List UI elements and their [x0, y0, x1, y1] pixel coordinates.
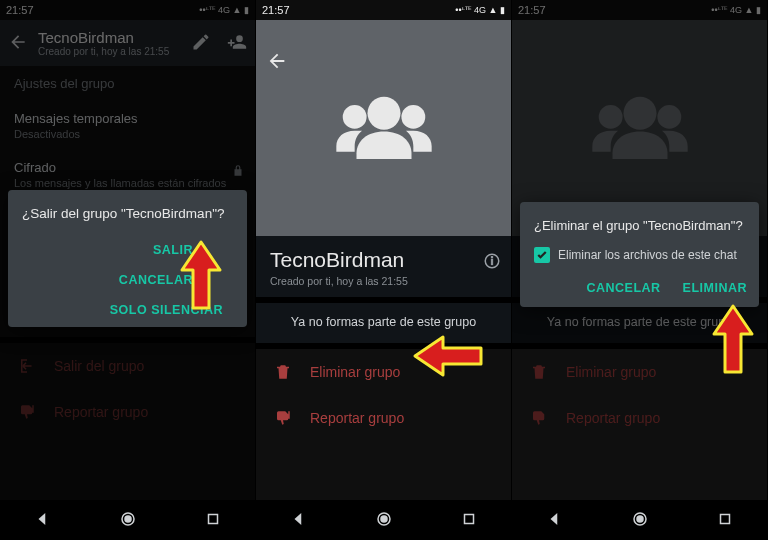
thumbs-down-icon: [274, 409, 292, 427]
svg-point-13: [598, 105, 622, 129]
screenshot-panel-1: 21:57 ••ᶫᵀᴱ 4G ▲ ▮ TecnoBirdman Creado p…: [0, 0, 256, 540]
android-nav-bar: [256, 500, 511, 540]
svg-rect-8: [491, 257, 493, 259]
report-group-label: Reportar grupo: [310, 410, 404, 426]
dialog-mute-button[interactable]: SOLO SILENCIAR: [22, 303, 233, 317]
back-icon[interactable]: [266, 50, 288, 75]
dialog-cancel-button[interactable]: CANCELAR: [22, 273, 233, 287]
dialog-message: ¿Salir del grupo "TecnoBirdman"?: [22, 206, 233, 221]
delete-group-row[interactable]: Eliminar grupo: [256, 349, 511, 395]
nav-home-icon[interactable]: [375, 510, 393, 531]
status-time: 21:57: [518, 4, 546, 16]
group-icon: [329, 82, 439, 175]
nav-back-icon[interactable]: [290, 510, 308, 531]
screenshot-panel-3: 21:57 ••ᶫᵀᴱ 4G ▲ ▮ TecnoBirdman Creado p…: [512, 0, 768, 540]
group-caption: TecnoBirdman Creado por ti, hoy a las 21…: [256, 236, 511, 297]
svg-point-12: [623, 96, 656, 129]
thumbs-down-icon: [530, 409, 548, 427]
svg-point-16: [637, 516, 643, 522]
trash-icon: [530, 363, 548, 381]
checkbox-label: Eliminar los archivos de este chat: [558, 248, 737, 262]
screenshot-panel-2: 21:57 ••ᶫᵀᴱ 4G ▲ ▮ TecnoBirdman Creado p…: [256, 0, 512, 540]
svg-point-5: [401, 105, 425, 129]
report-group-row[interactable]: Reportar grupo: [256, 395, 511, 441]
nav-back-icon[interactable]: [34, 510, 52, 531]
delete-files-checkbox-row[interactable]: Eliminar los archivos de este chat: [534, 247, 747, 263]
delete-group-row[interactable]: Eliminar grupo: [512, 349, 767, 395]
status-icons: ••ᶫᵀᴱ 4G ▲ ▮: [711, 5, 761, 15]
delete-group-label: Eliminar grupo: [310, 364, 400, 380]
delete-group-dialog: ¿Eliminar el grupo "TecnoBirdman"? Elimi…: [520, 202, 759, 307]
android-nav-bar: [512, 500, 767, 540]
checkbox-checked-icon[interactable]: [534, 247, 550, 263]
delete-group-label: Eliminar grupo: [566, 364, 656, 380]
dialog-cancel-button[interactable]: CANCELAR: [586, 281, 660, 295]
svg-point-1: [125, 516, 131, 522]
group-icon: [585, 82, 695, 175]
dialog-confirm-button[interactable]: ELIMINAR: [683, 281, 747, 295]
svg-rect-7: [491, 260, 493, 265]
not-member-banner: Ya no formas parte de este grupo: [256, 297, 511, 349]
report-group-label: Reportar grupo: [566, 410, 660, 426]
leave-group-dialog: ¿Salir del grupo "TecnoBirdman"? SALIR C…: [8, 190, 247, 327]
svg-rect-17: [720, 514, 729, 523]
nav-back-icon[interactable]: [546, 510, 564, 531]
svg-point-14: [657, 105, 681, 129]
info-icon[interactable]: [483, 252, 501, 273]
group-subtitle: Creado por ti, hoy a las 21:55: [270, 275, 497, 287]
svg-point-3: [367, 96, 400, 129]
status-bar: 21:57 ••ᶫᵀᴱ 4G ▲ ▮: [512, 0, 767, 20]
android-nav-bar: [0, 500, 255, 540]
group-hero: [256, 20, 511, 236]
status-icons: ••ᶫᵀᴱ 4G ▲ ▮: [455, 5, 505, 15]
svg-point-4: [342, 105, 366, 129]
nav-home-icon[interactable]: [631, 510, 649, 531]
group-name: TecnoBirdman: [270, 248, 497, 272]
nav-home-icon[interactable]: [119, 510, 137, 531]
dialog-confirm-button[interactable]: SALIR: [22, 243, 233, 257]
nav-recents-icon[interactable]: [460, 510, 478, 531]
status-bar: 21:57 ••ᶫᵀᴱ 4G ▲ ▮: [256, 0, 511, 20]
svg-rect-2: [208, 514, 217, 523]
nav-recents-icon[interactable]: [716, 510, 734, 531]
report-group-row[interactable]: Reportar grupo: [512, 395, 767, 441]
nav-recents-icon[interactable]: [204, 510, 222, 531]
svg-point-10: [381, 516, 387, 522]
status-time: 21:57: [262, 4, 290, 16]
dialog-message: ¿Eliminar el grupo "TecnoBirdman"?: [534, 218, 747, 233]
trash-icon: [274, 363, 292, 381]
svg-rect-11: [464, 514, 473, 523]
